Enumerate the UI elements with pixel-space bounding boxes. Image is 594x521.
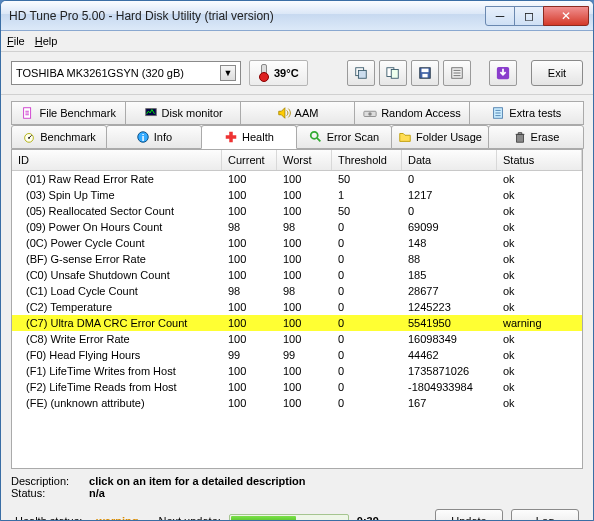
- status-value: n/a: [89, 487, 305, 499]
- chevron-down-icon[interactable]: ▼: [220, 65, 236, 81]
- svg-point-23: [310, 132, 317, 139]
- table-row[interactable]: (C0) Unsafe Shutdown Count1001000185ok: [12, 267, 582, 283]
- health-panel: ID Current Worst Threshold Data Status (…: [11, 149, 583, 469]
- thermometer-icon: [258, 64, 268, 82]
- table-row[interactable]: (09) Power On Hours Count9898069099ok: [12, 219, 582, 235]
- svg-rect-5: [422, 69, 429, 73]
- window-title: HD Tune Pro 5.00 - Hard Disk Utility (tr…: [9, 9, 486, 23]
- menu-help[interactable]: Help: [35, 35, 58, 47]
- description-block: Description: Status: click on an item fo…: [1, 469, 593, 501]
- table-row[interactable]: (F1) LifeTime Writes from Host1001000173…: [12, 363, 582, 379]
- close-button[interactable]: ✕: [543, 6, 589, 26]
- table-header: ID Current Worst Threshold Data Status: [12, 150, 582, 171]
- tab-strip: File BenchmarkDisk monitorAAMRandom Acce…: [1, 95, 593, 149]
- temperature-indicator: 39°C: [249, 60, 308, 86]
- tab-benchmark[interactable]: Benchmark: [11, 125, 107, 149]
- table-row[interactable]: (F0) Head Flying Hours9999044462ok: [12, 347, 582, 363]
- col-data[interactable]: Data: [402, 150, 497, 170]
- svg-point-15: [368, 112, 372, 116]
- titlebar[interactable]: HD Tune Pro 5.00 - Hard Disk Utility (tr…: [1, 1, 593, 31]
- col-threshold[interactable]: Threshold: [332, 150, 402, 170]
- tab-health[interactable]: Health: [201, 125, 297, 149]
- drive-select[interactable]: TOSHIBA MK3261GSYN (320 gB) ▼: [11, 61, 241, 85]
- temperature-value: 39°C: [274, 67, 299, 79]
- countdown-timer: 0:39: [357, 515, 379, 521]
- table-row[interactable]: (05) Reallocated Sector Count100100500ok: [12, 203, 582, 219]
- minimize-button[interactable]: ─: [485, 6, 515, 26]
- health-status-label: Health status:: [15, 515, 82, 521]
- svg-rect-6: [422, 74, 427, 78]
- health-status-value: warning: [96, 515, 138, 521]
- svg-rect-22: [226, 135, 237, 139]
- menu-file[interactable]: File: [7, 35, 25, 47]
- table-row[interactable]: (0C) Power Cycle Count1001000148ok: [12, 235, 582, 251]
- table-row[interactable]: (C8) Write Error Rate100100016098349ok: [12, 331, 582, 347]
- svg-rect-1: [358, 70, 366, 78]
- copy-info-button[interactable]: [379, 60, 407, 86]
- tab-aam[interactable]: AAM: [240, 101, 355, 125]
- description-value: click on an item for a detailed descript…: [89, 475, 305, 487]
- table-row[interactable]: (03) Spin Up Time10010011217ok: [12, 187, 582, 203]
- app-window: HD Tune Pro 5.00 - Hard Disk Utility (tr…: [0, 0, 594, 521]
- table-row[interactable]: (F2) LifeTime Reads from Host1001000-180…: [12, 379, 582, 395]
- col-current[interactable]: Current: [222, 150, 277, 170]
- tab-folder-usage[interactable]: Folder Usage: [391, 125, 489, 149]
- table-row[interactable]: (01) Raw Read Error Rate100100500ok: [12, 171, 582, 187]
- col-status[interactable]: Status: [497, 150, 582, 170]
- table-row[interactable]: (C7) Ultra DMA CRC Error Count1001000554…: [12, 315, 582, 331]
- download-button[interactable]: [489, 60, 517, 86]
- tab-info[interactable]: iInfo: [106, 125, 202, 149]
- table-row[interactable]: (C1) Load Cycle Count9898028677ok: [12, 283, 582, 299]
- tab-error-scan[interactable]: Error Scan: [296, 125, 392, 149]
- tab-random-access[interactable]: Random Access: [354, 101, 469, 125]
- tab-file-benchmark[interactable]: File Benchmark: [11, 101, 126, 125]
- menubar: File Help: [1, 31, 593, 51]
- save-button[interactable]: [411, 60, 439, 86]
- description-label: Description:: [11, 475, 69, 487]
- maximize-button[interactable]: ◻: [514, 6, 544, 26]
- tab-disk-monitor[interactable]: Disk monitor: [125, 101, 240, 125]
- table-row[interactable]: (BF) G-sense Error Rate100100088ok: [12, 251, 582, 267]
- next-update-label: Next update:: [158, 515, 220, 521]
- smart-table[interactable]: ID Current Worst Threshold Data Status (…: [12, 150, 582, 468]
- table-row[interactable]: (C2) Temperature10010001245223ok: [12, 299, 582, 315]
- status-label: Status:: [11, 487, 45, 499]
- exit-button[interactable]: Exit: [531, 60, 583, 86]
- update-button[interactable]: Update: [435, 509, 503, 521]
- toolbar: TOSHIBA MK3261GSYN (320 gB) ▼ 39°C Exit: [1, 51, 593, 95]
- countdown-progress: [229, 514, 349, 521]
- drive-select-value: TOSHIBA MK3261GSYN (320 gB): [16, 67, 220, 79]
- log-button[interactable]: Log: [511, 509, 579, 521]
- svg-text:i: i: [141, 132, 144, 143]
- col-worst[interactable]: Worst: [277, 150, 332, 170]
- svg-rect-3: [391, 70, 398, 79]
- footer: Health status: warning Next update: 0:39…: [1, 501, 593, 521]
- tab-erase[interactable]: Erase: [488, 125, 584, 149]
- tab-extra-tests[interactable]: Extra tests: [469, 101, 584, 125]
- copy-screenshot-button[interactable]: [347, 60, 375, 86]
- col-id[interactable]: ID: [12, 150, 222, 170]
- table-row[interactable]: (FE) (unknown attribute)1001000167ok: [12, 395, 582, 411]
- options-button[interactable]: [443, 60, 471, 86]
